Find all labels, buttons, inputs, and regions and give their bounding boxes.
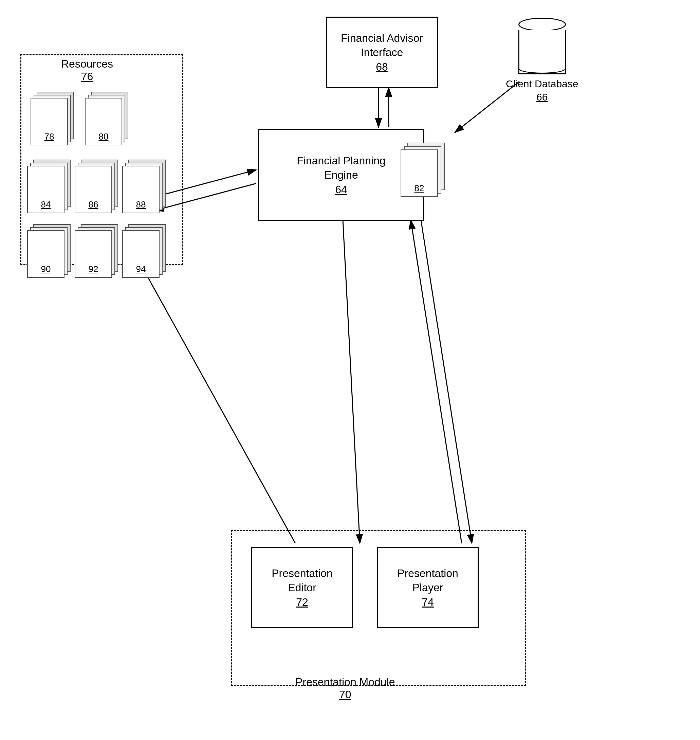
doc-90-front: 90 <box>27 230 65 278</box>
financial-advisor-label: Financial Advisor Interface <box>327 31 437 59</box>
doc-88-number: 88 <box>136 199 146 210</box>
doc-94-front: 94 <box>122 230 160 278</box>
doc-84-front: 84 <box>27 166 65 213</box>
doc-78-number: 78 <box>44 131 54 142</box>
doc-92-number: 92 <box>88 264 99 274</box>
financial-planning-engine-box: Financial PlanningEngine 64 <box>258 129 424 221</box>
presentation-editor-number: 72 <box>296 596 308 609</box>
presentation-editor-label: PresentationEditor <box>272 566 333 595</box>
doc-78-front: 78 <box>31 98 68 145</box>
financial-advisor-number: 68 <box>376 61 388 73</box>
svg-line-5 <box>421 220 472 543</box>
svg-line-6 <box>411 220 462 543</box>
doc-82-number: 82 <box>415 183 424 193</box>
doc-80-front: 80 <box>85 98 122 145</box>
doc-page-82-front: 82 <box>401 149 438 197</box>
doc-84-number: 84 <box>41 199 51 210</box>
doc-88-front: 88 <box>122 166 160 213</box>
resources-label: Resources 76 <box>61 58 113 83</box>
presentation-player-label: PresentationPlayer <box>397 566 458 595</box>
client-database-number: 66 <box>536 91 548 103</box>
cylinder-bottom <box>518 63 566 74</box>
doc-86-front: 86 <box>75 166 112 213</box>
presentation-module-label: Presentation Module 70 <box>296 676 395 701</box>
svg-line-10 <box>122 231 296 543</box>
cylinder-top <box>518 18 566 31</box>
financial-planning-engine-label: Financial PlanningEngine <box>297 154 386 182</box>
doc-90-number: 90 <box>41 264 51 274</box>
client-database-cylinder: Client Database 66 <box>506 17 578 103</box>
svg-line-7 <box>343 220 360 543</box>
financial-advisor-box: Financial Advisor Interface 68 <box>326 17 438 88</box>
doc-80-number: 80 <box>99 131 109 142</box>
financial-planning-engine-number: 64 <box>335 183 347 196</box>
presentation-module-number: 70 <box>339 688 351 700</box>
doc-92-front: 92 <box>75 230 112 278</box>
presentation-player-number: 74 <box>422 596 434 609</box>
client-database-label: Client Database 66 <box>506 77 578 103</box>
doc-86-number: 86 <box>88 199 99 210</box>
doc-94-number: 94 <box>136 264 146 274</box>
diagram: Financial Advisor Interface 68 Client Da… <box>0 0 700 740</box>
resources-number: 76 <box>81 70 93 83</box>
cylinder-body <box>518 30 566 74</box>
presentation-editor-box: PresentationEditor 72 <box>251 547 353 628</box>
presentation-player-box: PresentationPlayer 74 <box>377 547 479 628</box>
